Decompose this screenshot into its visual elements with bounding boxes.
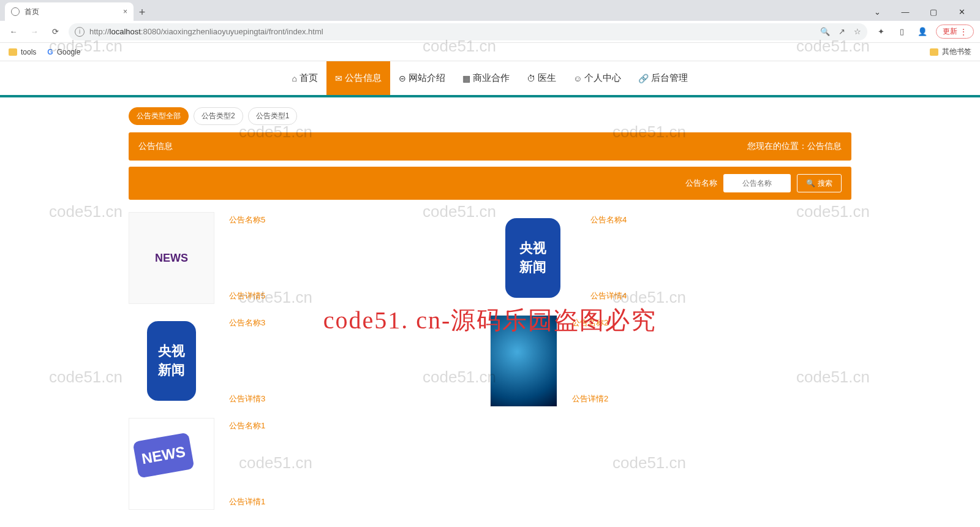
bookmark-tools[interactable]: tools bbox=[9, 48, 36, 56]
nav-doctor[interactable]: ⏱医生 bbox=[518, 61, 565, 95]
clock-icon: ⏱ bbox=[527, 74, 535, 83]
list-item: 公告名称2 公告详情2 bbox=[490, 315, 851, 407]
search-button[interactable]: 🔍 搜索 bbox=[797, 174, 842, 192]
share-icon[interactable]: ↗ bbox=[839, 27, 845, 36]
search-icon: 🔍 bbox=[806, 179, 815, 188]
pill-type1[interactable]: 公告类型1 bbox=[248, 107, 298, 125]
item-detail[interactable]: 公告详情5 bbox=[229, 290, 490, 301]
google-icon: G bbox=[47, 48, 53, 56]
toolbar: ← → ⟳ i http://localhost:8080/xiaoxingzh… bbox=[0, 21, 980, 43]
announcement-list: 公告名称5 公告详情5 央视新闻 公告名称4 公告详情4 央视新闻 公告名称3 … bbox=[129, 212, 851, 521]
update-button[interactable]: 更新⋮ bbox=[936, 25, 974, 39]
list-item: 央视新闻 公告名称3 公告详情3 bbox=[129, 315, 490, 407]
search-label: 公告名称 bbox=[685, 178, 717, 189]
browser-chrome: 首页 × + ⌄ — ▢ ✕ ← → ⟳ i http://localhost:… bbox=[0, 0, 980, 61]
list-item: 公告名称1 公告详情1 bbox=[129, 418, 490, 510]
search-input[interactable] bbox=[723, 174, 791, 192]
url-text: http://localhost:8080/xiaoxingzhenliaoyu… bbox=[89, 27, 323, 36]
tab-title: 首页 bbox=[24, 7, 39, 17]
item-thumbnail[interactable] bbox=[490, 315, 557, 407]
minimize-button[interactable]: — bbox=[892, 2, 919, 21]
bookmark-google[interactable]: GGoogle bbox=[47, 48, 80, 56]
nav-site-intro[interactable]: ⊝网站介绍 bbox=[390, 61, 454, 95]
item-detail[interactable]: 公告详情3 bbox=[229, 393, 490, 404]
pill-type2[interactable]: 公告类型2 bbox=[194, 107, 243, 125]
item-thumbnail[interactable]: 央视新闻 bbox=[490, 212, 576, 304]
item-title[interactable]: 公告名称1 bbox=[229, 420, 490, 431]
reload-button[interactable]: ⟳ bbox=[48, 25, 62, 39]
main-nav: ⌂首页 ✉公告信息 ⊝网站介绍 ▦商业合作 ⏱医生 ☺个人中心 🔗后台管理 bbox=[0, 61, 980, 97]
address-bar[interactable]: i http://localhost:8080/xiaoxingzhenliao… bbox=[69, 23, 867, 40]
item-title[interactable]: 公告名称3 bbox=[229, 317, 490, 328]
circle-icon: ⊝ bbox=[399, 74, 406, 83]
page-content: ⌂首页 ✉公告信息 ⊝网站介绍 ▦商业合作 ⏱医生 ☺个人中心 🔗后台管理 公告… bbox=[0, 61, 980, 521]
grid-icon: ▦ bbox=[462, 74, 470, 83]
item-detail[interactable]: 公告详情2 bbox=[572, 393, 851, 404]
new-tab-button[interactable]: + bbox=[134, 4, 151, 21]
browser-tab[interactable]: 首页 × bbox=[5, 2, 134, 21]
maximize-button[interactable]: ▢ bbox=[920, 2, 947, 21]
window-controls: ⌄ — ▢ ✕ bbox=[864, 2, 975, 21]
item-title[interactable]: 公告名称4 bbox=[590, 214, 851, 226]
zoom-icon[interactable]: 🔍 bbox=[820, 27, 830, 36]
folder-icon bbox=[9, 48, 17, 56]
watermark: code51.cn bbox=[49, 202, 123, 221]
person-icon: ☺ bbox=[573, 74, 582, 83]
pill-all[interactable]: 公告类型全部 bbox=[129, 107, 189, 125]
section-banner: 公告信息 您现在的位置：公告信息 bbox=[129, 132, 851, 161]
watermark: code51.cn bbox=[49, 368, 123, 387]
nav-business[interactable]: ▦商业合作 bbox=[454, 61, 518, 95]
extensions-icon[interactable]: ✦ bbox=[873, 25, 888, 39]
close-tab-icon[interactable]: × bbox=[123, 7, 127, 16]
site-info-icon[interactable]: i bbox=[75, 27, 85, 37]
folder-icon bbox=[930, 48, 938, 56]
item-title[interactable]: 公告名称2 bbox=[572, 317, 851, 328]
item-detail[interactable]: 公告详情4 bbox=[590, 290, 851, 301]
mail-icon: ✉ bbox=[335, 74, 342, 83]
item-thumbnail[interactable] bbox=[129, 418, 214, 510]
link-icon: 🔗 bbox=[638, 74, 649, 83]
search-bar: 公告名称 🔍 搜索 bbox=[129, 167, 851, 200]
bookmark-other[interactable]: 其他书签 bbox=[930, 47, 971, 57]
home-icon: ⌂ bbox=[292, 74, 297, 83]
item-title[interactable]: 公告名称5 bbox=[229, 214, 490, 226]
item-thumbnail[interactable] bbox=[129, 212, 214, 304]
dropdown-icon[interactable]: ⌄ bbox=[864, 2, 891, 21]
globe-icon bbox=[11, 7, 20, 16]
profile-icon[interactable]: 👤 bbox=[915, 25, 930, 39]
side-panel-icon[interactable]: ▯ bbox=[894, 25, 909, 39]
nav-profile[interactable]: ☺个人中心 bbox=[565, 61, 630, 95]
list-item: 公告名称5 公告详情5 bbox=[129, 212, 490, 304]
bookmark-star-icon[interactable]: ☆ bbox=[854, 27, 861, 36]
filter-pills: 公告类型全部 公告类型2 公告类型1 bbox=[129, 107, 851, 125]
breadcrumb: 您现在的位置：公告信息 bbox=[747, 141, 842, 152]
list-item: 央视新闻 公告名称4 公告详情4 bbox=[490, 212, 851, 304]
nav-home[interactable]: ⌂首页 bbox=[284, 61, 326, 95]
close-window-button[interactable]: ✕ bbox=[948, 2, 975, 21]
bookmarks-bar: tools GGoogle 其他书签 bbox=[0, 43, 980, 61]
nav-announcements[interactable]: ✉公告信息 bbox=[326, 61, 390, 95]
nav-admin[interactable]: 🔗后台管理 bbox=[630, 61, 696, 95]
nav-list: ⌂首页 ✉公告信息 ⊝网站介绍 ▦商业合作 ⏱医生 ☺个人中心 🔗后台管理 bbox=[284, 61, 697, 95]
tab-bar: 首页 × + ⌄ — ▢ ✕ bbox=[0, 0, 980, 21]
item-thumbnail[interactable]: 央视新闻 bbox=[129, 315, 214, 407]
forward-button[interactable]: → bbox=[27, 25, 42, 39]
banner-title: 公告信息 bbox=[138, 141, 173, 152]
item-detail[interactable]: 公告详情1 bbox=[229, 496, 490, 507]
back-button[interactable]: ← bbox=[6, 25, 21, 39]
